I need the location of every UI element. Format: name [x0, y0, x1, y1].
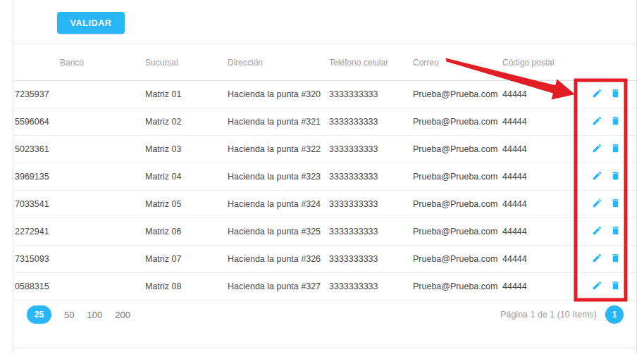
cell-sucursal: Matriz 03	[145, 136, 228, 163]
cell-actions	[577, 191, 636, 217]
page-size-50[interactable]: 50	[64, 310, 74, 320]
pencil-icon	[592, 253, 602, 265]
cell-direccion: Hacienda la punta #322	[228, 136, 329, 163]
table-row: 3969135 Matriz 04 Hacienda la punta #323…	[13, 163, 636, 191]
column-header-telefono: Teléfono celular	[329, 44, 413, 80]
cell-numero: 5023361	[13, 136, 145, 163]
cell-telefono: 3333333333	[329, 273, 413, 300]
table-row: 7033541 Matriz 05 Hacienda la punta #324…	[13, 191, 636, 218]
cell-actions	[577, 273, 636, 300]
cell-telefono: 3333333333	[329, 163, 413, 190]
edit-button[interactable]	[591, 89, 602, 100]
cell-telefono: 3333333333	[329, 218, 413, 245]
pager: 25 50 100 200 Página 1 de 1 (10 ítems) 1	[13, 301, 636, 324]
cell-correo: Prueba@Prueba.com	[413, 218, 502, 245]
trash-icon	[610, 143, 621, 156]
cell-numero: 3969135	[13, 163, 145, 190]
cell-actions	[577, 218, 636, 245]
table-row: 7235937 Matriz 01 Hacienda la punta #320…	[13, 81, 636, 108]
pager-info: Página 1 de 1 (10 ítems)	[500, 310, 597, 320]
bank-branches-card: VALIDAR Banco Sucursal Dirección Teléfon…	[13, 0, 637, 354]
cell-direccion: Hacienda la punta #320	[228, 81, 329, 108]
edit-button[interactable]	[591, 144, 602, 155]
column-header-sucursal: Sucursal	[145, 44, 228, 80]
cell-numero: 7033541	[13, 191, 145, 217]
cell-codigo-postal: 44444	[502, 136, 577, 163]
delete-button[interactable]	[609, 198, 621, 210]
column-header-direccion: Dirección	[228, 44, 329, 80]
pencil-icon	[592, 225, 602, 238]
page-size-25[interactable]: 25	[27, 305, 51, 324]
delete-button[interactable]	[609, 89, 621, 100]
pencil-icon	[592, 115, 602, 128]
cell-sucursal: Matriz 05	[145, 191, 228, 217]
pencil-icon	[592, 170, 602, 183]
cell-telefono: 3333333333	[329, 108, 413, 135]
cell-telefono: 3333333333	[329, 136, 413, 163]
edit-button[interactable]	[591, 226, 602, 237]
cell-actions	[577, 108, 636, 135]
cell-telefono: 3333333333	[329, 246, 413, 272]
cell-sucursal: Matriz 02	[145, 108, 228, 135]
cell-sucursal: Matriz 01	[145, 81, 228, 108]
cell-telefono: 3333333333	[329, 191, 413, 217]
pencil-icon	[592, 198, 602, 210]
trash-icon	[610, 170, 621, 183]
trash-icon	[610, 253, 621, 265]
edit-button[interactable]	[591, 253, 602, 265]
validar-button[interactable]: VALIDAR	[57, 12, 125, 34]
pencil-icon	[592, 88, 602, 101]
cell-numero: 7235937	[13, 81, 145, 108]
cell-sucursal: Matriz 04	[145, 163, 228, 190]
edit-button[interactable]	[591, 171, 602, 182]
cell-correo: Prueba@Prueba.com	[413, 136, 502, 163]
cell-numero: 7315093	[13, 246, 145, 272]
cell-correo: Prueba@Prueba.com	[413, 273, 502, 300]
page-1-button[interactable]: 1	[605, 305, 624, 324]
cell-correo: Prueba@Prueba.com	[413, 108, 502, 135]
cell-codigo-postal: 44444	[502, 191, 577, 217]
delete-button[interactable]	[609, 171, 621, 182]
cell-actions	[577, 246, 636, 272]
cell-direccion: Hacienda la punta #321	[228, 108, 329, 135]
cell-numero: 0588315	[13, 273, 145, 300]
edit-button[interactable]	[591, 281, 602, 292]
delete-button[interactable]	[609, 226, 621, 237]
delete-button[interactable]	[609, 144, 621, 155]
cell-correo: Prueba@Prueba.com	[413, 81, 502, 108]
trash-icon	[610, 280, 621, 293]
cell-actions	[577, 81, 636, 108]
table-header-row: Banco Sucursal Dirección Teléfono celula…	[13, 44, 636, 81]
cell-correo: Prueba@Prueba.com	[413, 246, 502, 272]
table-row: 5023361 Matriz 03 Hacienda la punta #322…	[13, 136, 636, 163]
trash-icon	[610, 225, 621, 238]
cell-sucursal: Matriz 08	[145, 273, 228, 300]
cell-actions	[577, 136, 636, 163]
cell-direccion: Hacienda la punta #327	[228, 273, 329, 300]
cell-codigo-postal: 44444	[502, 163, 577, 190]
trash-icon	[610, 88, 621, 101]
delete-button[interactable]	[609, 281, 621, 292]
cell-direccion: Hacienda la punta #324	[228, 191, 329, 217]
cell-numero: 5596064	[13, 108, 145, 135]
cell-codigo-postal: 44444	[502, 246, 577, 272]
cell-codigo-postal: 44444	[502, 81, 577, 108]
page-size-200[interactable]: 200	[115, 310, 130, 320]
pager-right: Página 1 de 1 (10 ítems) 1	[500, 305, 624, 324]
cell-direccion: Hacienda la punta #326	[228, 246, 329, 272]
column-header-codigo-postal: Código postal	[502, 44, 577, 80]
page-size-selector: 25 50 100 200	[27, 305, 130, 324]
edit-button[interactable]	[591, 116, 602, 127]
cell-direccion: Hacienda la punta #325	[228, 218, 329, 245]
column-header-actions	[577, 44, 636, 80]
edit-button[interactable]	[591, 198, 602, 210]
cell-correo: Prueba@Prueba.com	[413, 191, 502, 217]
delete-button[interactable]	[609, 116, 621, 127]
cell-codigo-postal: 44444	[502, 218, 577, 245]
cell-direccion: Hacienda la punta #323	[228, 163, 329, 190]
pencil-icon	[592, 143, 602, 156]
column-header-banco: Banco	[13, 44, 145, 80]
pencil-icon	[592, 280, 602, 293]
page-size-100[interactable]: 100	[87, 310, 102, 320]
delete-button[interactable]	[609, 253, 621, 265]
